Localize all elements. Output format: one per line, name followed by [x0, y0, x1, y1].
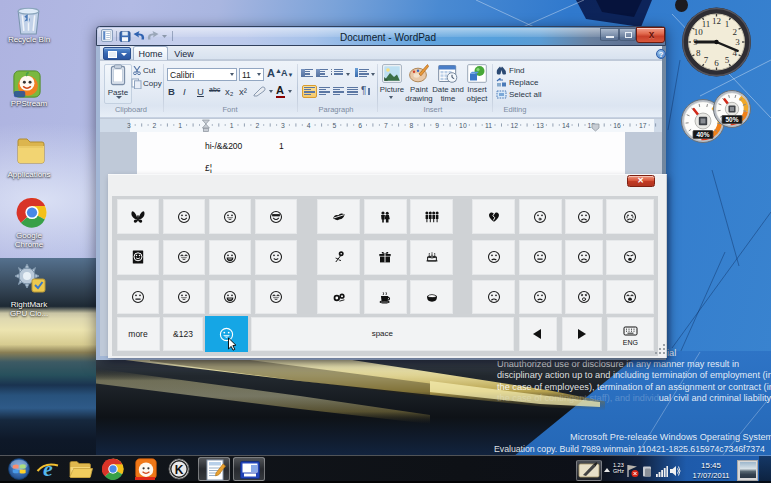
svg-text:14: 14	[562, 121, 570, 128]
svg-text:10: 10	[459, 121, 467, 128]
svg-text:12: 12	[712, 16, 721, 26]
svg-text:11: 11	[702, 19, 711, 29]
svg-text:7: 7	[384, 121, 388, 128]
svg-text:11: 11	[485, 121, 492, 128]
svg-text:9: 9	[435, 121, 439, 128]
svg-text:5: 5	[725, 55, 730, 65]
svg-text:6: 6	[714, 58, 719, 68]
svg-text:1: 1	[725, 19, 730, 29]
svg-text:8: 8	[410, 121, 414, 128]
svg-text:13: 13	[536, 121, 544, 128]
svg-text:2: 2	[732, 27, 737, 37]
svg-text:6: 6	[358, 121, 362, 128]
svg-text:5: 5	[333, 121, 337, 128]
svg-text:3: 3	[127, 121, 131, 128]
svg-text:2: 2	[153, 121, 157, 128]
svg-text:40%: 40%	[696, 131, 709, 138]
svg-text:7: 7	[704, 55, 709, 65]
svg-text:K: K	[175, 463, 184, 477]
svg-text:1: 1	[230, 121, 234, 128]
svg-text:50%: 50%	[725, 116, 738, 123]
svg-text:17: 17	[639, 121, 647, 128]
svg-text:8: 8	[696, 48, 701, 58]
svg-text:3: 3	[735, 37, 740, 47]
svg-text:16: 16	[613, 121, 621, 128]
svg-text:1: 1	[178, 121, 182, 128]
svg-text:3: 3	[281, 121, 285, 128]
svg-text:4: 4	[307, 121, 311, 128]
svg-text:12: 12	[511, 121, 519, 128]
svg-text:e: e	[43, 457, 53, 481]
svg-text:2: 2	[255, 121, 259, 128]
